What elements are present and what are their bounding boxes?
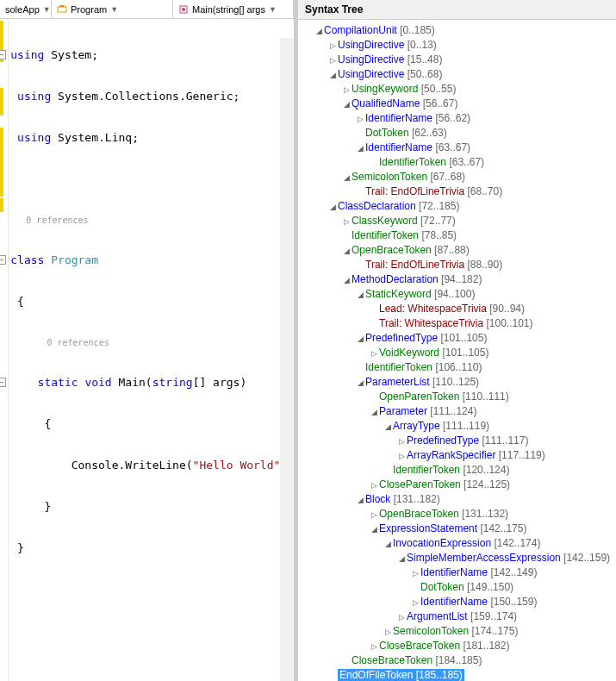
tree-node[interactable]: ▷ClassKeyword [72..77) [300, 214, 614, 228]
code-line[interactable]: { [9, 295, 294, 309]
tree-node[interactable]: ▷VoidKeyword [101..105) [300, 346, 614, 360]
code-line[interactable]: } [9, 541, 294, 555]
tree-node[interactable]: IdentifierToken [120..124) [300, 463, 614, 478]
expand-toggle-closed[interactable]: ▷ [355, 112, 365, 127]
tree-node[interactable]: Trail: WhitespaceTrivia [100..101) [300, 316, 614, 331]
nav-class-dropdown[interactable]: Program ▼ [52, 0, 173, 18]
expand-toggle-open[interactable]: ◢ [341, 273, 352, 288]
tree-node[interactable]: ◢InvocationExpression [142..174) [300, 536, 614, 551]
tree-node[interactable]: IdentifierToken [106..110) [300, 360, 614, 375]
tree-node[interactable]: ▷PredefinedType [111..117) [300, 434, 614, 448]
expand-toggle-open[interactable]: ◢ [327, 200, 338, 215]
expand-toggle-closed[interactable]: ▷ [410, 566, 420, 581]
expand-toggle-closed[interactable]: ▷ [369, 478, 379, 493]
expand-toggle-closed[interactable]: ▷ [369, 508, 379, 522]
expand-toggle-closed[interactable]: ▷ [341, 215, 352, 229]
nav-project-dropdown[interactable]: soleApp ▼ [0, 0, 52, 18]
tree-node[interactable]: ◢ParameterList [110..125) [300, 375, 614, 390]
tree-node[interactable]: ▷UsingDirective [15..48) [300, 53, 614, 67]
tree-node[interactable]: Lead: WhitespaceTrivia [90..94) [300, 302, 614, 316]
code-line[interactable]: using System.Collections.Generic; [9, 90, 294, 103]
code-line[interactable]: −class Program [9, 253, 294, 267]
tree-node[interactable]: ◢OpenBraceToken [87..88) [300, 243, 614, 258]
expand-toggle-closed[interactable]: ▷ [341, 83, 352, 97]
tree-node[interactable]: ◢UsingDirective [50..68) [300, 67, 614, 82]
expand-toggle-closed[interactable]: ▷ [369, 640, 379, 654]
codelens-references[interactable]: 0 references [9, 214, 294, 226]
collapse-toggle[interactable]: − [0, 378, 6, 387]
code-editor[interactable]: −using System; using System.Collections.… [0, 19, 294, 681]
expand-toggle-open[interactable]: ◢ [396, 552, 407, 566]
code-line[interactable]: − static void Main(string[] args) [9, 376, 294, 390]
tree-node[interactable]: ▷OpenBraceToken [131..132) [300, 507, 614, 522]
syntax-tree[interactable]: ◢CompilationUnit [0..185)▷UsingDirective… [298, 20, 616, 681]
expand-toggle-closed[interactable]: ▷ [327, 53, 338, 68]
tree-node[interactable]: ◢ClassDeclaration [72..185) [300, 199, 614, 214]
expand-toggle-open[interactable]: ◢ [327, 68, 338, 83]
expand-toggle-closed[interactable]: ▷ [369, 347, 379, 361]
tree-node[interactable]: ▷IdentifierName [150..159) [300, 595, 614, 609]
collapse-toggle[interactable]: − [0, 50, 6, 59]
codelens-references[interactable]: 0 references [9, 336, 294, 348]
tree-node[interactable]: Trail: EndOfLineTrivia [68..70) [300, 184, 614, 199]
tree-node[interactable]: ▷SemicolonToken [174..175) [300, 624, 614, 639]
tree-node[interactable]: ▷CloseBraceToken [181..182) [300, 639, 614, 653]
expand-toggle-closed[interactable]: ▷ [410, 596, 420, 610]
tree-node[interactable]: ▷UsingKeyword [50..55) [300, 82, 614, 97]
expand-toggle-closed[interactable]: ▷ [396, 449, 407, 464]
tree-node[interactable]: EndOfFileToken [185..185) [300, 668, 614, 681]
expand-toggle-open[interactable]: ◢ [341, 171, 352, 185]
tree-node[interactable]: ◢ExpressionStatement [142..175) [300, 522, 614, 536]
expand-toggle-closed[interactable]: ▷ [383, 625, 393, 640]
expand-toggle-open[interactable]: ◢ [369, 405, 379, 420]
tree-node[interactable]: IdentifierToken [78..85) [300, 228, 614, 243]
expand-toggle-open[interactable]: ◢ [355, 332, 365, 347]
tree-node[interactable]: ◢CompilationUnit [0..185) [300, 23, 614, 38]
expand-toggle-closed[interactable]: ▷ [396, 434, 407, 449]
tree-node[interactable]: ◢QualifiedName [56..67) [300, 97, 614, 111]
expand-toggle-open[interactable]: ◢ [383, 420, 393, 434]
tree-node[interactable]: ▷ArrayRankSpecifier [117..119) [300, 448, 614, 463]
expand-toggle-open[interactable]: ◢ [355, 288, 365, 303]
tree-node[interactable]: ◢IdentifierName [63..67) [300, 141, 614, 155]
tree-node[interactable]: ◢ArrayType [111..119) [300, 419, 614, 434]
tree-node[interactable]: ▷IdentifierName [142..149) [300, 565, 614, 580]
code-line[interactable]: using System.Linq; [9, 131, 294, 145]
expand-toggle-open[interactable]: ◢ [383, 537, 393, 552]
expand-toggle-closed[interactable]: ▷ [396, 610, 407, 625]
tree-node[interactable]: ◢PredefinedType [101..105) [300, 331, 614, 346]
collapse-toggle[interactable]: − [0, 255, 6, 265]
tree-node[interactable]: ◢SemicolonToken [67..68) [300, 170, 614, 184]
tree-node[interactable]: ▷UsingDirective [0..13) [300, 38, 614, 53]
code-body[interactable]: −using System; using System.Collections.… [9, 19, 294, 681]
tree-node[interactable]: CloseBraceToken [184..185) [300, 653, 614, 668]
expand-toggle-open[interactable]: ◢ [369, 522, 379, 537]
tree-node[interactable]: ◢MethodDeclaration [94..182) [300, 272, 614, 287]
expand-toggle-open[interactable]: ◢ [341, 97, 352, 112]
expand-toggle-open[interactable]: ◢ [355, 376, 365, 390]
nav-member-dropdown[interactable]: Main(string[] args ▼ [173, 0, 294, 18]
tree-node[interactable]: ◢Parameter [111..124) [300, 404, 614, 419]
expand-toggle-open[interactable]: ◢ [341, 244, 352, 259]
tree-node[interactable]: ▷ArgumentList [159..174) [300, 609, 614, 624]
tree-node[interactable]: ◢Block [131..182) [300, 492, 614, 507]
tree-node[interactable]: ▷IdentifierName [56..62) [300, 111, 614, 126]
tree-node[interactable]: DotToken [62..63) [300, 126, 614, 141]
scrollbar[interactable] [280, 38, 294, 681]
tree-node[interactable]: DotToken [149..150) [300, 580, 614, 595]
tree-node[interactable]: IdentifierToken [63..67) [300, 155, 614, 170]
expand-toggle-open[interactable]: ◢ [314, 24, 324, 39]
tree-node[interactable]: ◢StaticKeyword [94..100) [300, 287, 614, 302]
expand-toggle-open[interactable]: ◢ [355, 493, 365, 508]
code-line[interactable]: −using System; [9, 48, 294, 62]
tree-node[interactable]: ▷CloseParenToken [124..125) [300, 478, 614, 492]
code-line[interactable] [9, 172, 294, 186]
expand-toggle-open[interactable]: ◢ [355, 141, 365, 156]
expand-toggle-closed[interactable]: ▷ [327, 39, 338, 53]
code-line[interactable]: Console.WriteLine("Hello World"); [9, 459, 294, 472]
code-line[interactable]: { [9, 417, 294, 431]
tree-node[interactable]: Trail: EndOfLineTrivia [88..90) [300, 258, 614, 272]
tree-node[interactable]: OpenParenToken [110..111) [300, 390, 614, 404]
code-line[interactable]: } [9, 500, 294, 514]
tree-node[interactable]: ◢SimpleMemberAccessExpression [142..159) [300, 551, 614, 565]
